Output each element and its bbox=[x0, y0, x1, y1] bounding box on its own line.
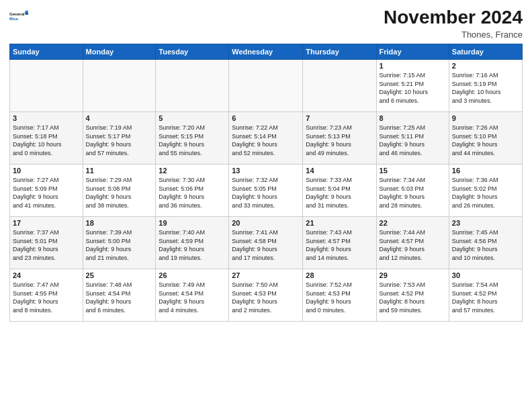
day-number: 30 bbox=[452, 271, 519, 279]
calendar-cell: 20Sunrise: 7:41 AM Sunset: 4:58 PM Dayli… bbox=[229, 217, 303, 269]
header-thursday: Thursday bbox=[303, 44, 376, 60]
calendar-cell: 29Sunrise: 7:53 AM Sunset: 4:52 PM Dayli… bbox=[376, 269, 449, 322]
calendar-cell: 15Sunrise: 7:34 AM Sunset: 5:03 PM Dayli… bbox=[376, 165, 449, 217]
calendar-cell: 19Sunrise: 7:40 AM Sunset: 4:59 PM Dayli… bbox=[156, 217, 229, 269]
calendar-cell: 23Sunrise: 7:45 AM Sunset: 4:56 PM Dayli… bbox=[449, 217, 522, 269]
day-number: 20 bbox=[232, 219, 300, 227]
calendar-table: Sunday Monday Tuesday Wednesday Thursday… bbox=[9, 44, 523, 322]
calendar-cell: 16Sunrise: 7:36 AM Sunset: 5:02 PM Dayli… bbox=[449, 165, 522, 217]
header-sunday: Sunday bbox=[10, 44, 83, 60]
svg-text:General: General bbox=[9, 12, 25, 16]
calendar-cell: 30Sunrise: 7:54 AM Sunset: 4:52 PM Dayli… bbox=[449, 269, 522, 322]
day-info: Sunrise: 7:34 AM Sunset: 5:03 PM Dayligh… bbox=[380, 176, 446, 210]
day-info: Sunrise: 7:36 AM Sunset: 5:02 PM Dayligh… bbox=[452, 176, 519, 210]
logo: GeneralBlue bbox=[9, 7, 28, 26]
calendar-cell: 28Sunrise: 7:52 AM Sunset: 4:53 PM Dayli… bbox=[303, 269, 376, 322]
calendar-cell: 5Sunrise: 7:20 AM Sunset: 5:15 PM Daylig… bbox=[156, 112, 229, 165]
day-info: Sunrise: 7:39 AM Sunset: 5:00 PM Dayligh… bbox=[86, 228, 153, 262]
header-wednesday: Wednesday bbox=[229, 44, 303, 60]
calendar-cell: 26Sunrise: 7:49 AM Sunset: 4:54 PM Dayli… bbox=[156, 269, 229, 322]
day-info: Sunrise: 7:20 AM Sunset: 5:15 PM Dayligh… bbox=[159, 124, 226, 157]
calendar-cell: 4Sunrise: 7:19 AM Sunset: 5:17 PM Daylig… bbox=[83, 112, 156, 165]
day-number: 12 bbox=[159, 167, 226, 175]
calendar-cell: 21Sunrise: 7:43 AM Sunset: 4:57 PM Dayli… bbox=[303, 217, 376, 269]
calendar-cell: 1Sunrise: 7:15 AM Sunset: 5:21 PM Daylig… bbox=[376, 60, 449, 112]
day-info: Sunrise: 7:53 AM Sunset: 4:52 PM Dayligh… bbox=[380, 281, 446, 314]
day-info: Sunrise: 7:15 AM Sunset: 5:21 PM Dayligh… bbox=[380, 71, 446, 105]
day-info: Sunrise: 7:37 AM Sunset: 5:01 PM Dayligh… bbox=[13, 228, 80, 262]
day-info: Sunrise: 7:50 AM Sunset: 4:53 PM Dayligh… bbox=[232, 281, 300, 314]
day-info: Sunrise: 7:27 AM Sunset: 5:09 PM Dayligh… bbox=[13, 176, 80, 210]
calendar-cell: 18Sunrise: 7:39 AM Sunset: 5:00 PM Dayli… bbox=[83, 217, 156, 269]
calendar-row-2: 10Sunrise: 7:27 AM Sunset: 5:09 PM Dayli… bbox=[10, 165, 523, 217]
calendar-cell: 25Sunrise: 7:48 AM Sunset: 4:54 PM Dayli… bbox=[83, 269, 156, 322]
calendar-cell: 12Sunrise: 7:30 AM Sunset: 5:06 PM Dayli… bbox=[156, 165, 229, 217]
day-info: Sunrise: 7:16 AM Sunset: 5:19 PM Dayligh… bbox=[452, 71, 519, 105]
day-number: 26 bbox=[159, 271, 226, 279]
day-number: 21 bbox=[306, 219, 373, 227]
day-info: Sunrise: 7:48 AM Sunset: 4:54 PM Dayligh… bbox=[86, 281, 153, 314]
calendar-cell bbox=[10, 60, 83, 112]
day-info: Sunrise: 7:26 AM Sunset: 5:10 PM Dayligh… bbox=[452, 124, 519, 157]
day-info: Sunrise: 7:19 AM Sunset: 5:17 PM Dayligh… bbox=[86, 124, 153, 157]
day-info: Sunrise: 7:25 AM Sunset: 5:11 PM Dayligh… bbox=[380, 124, 446, 157]
day-number: 16 bbox=[452, 167, 519, 175]
day-number: 23 bbox=[452, 219, 519, 227]
day-number: 14 bbox=[306, 167, 373, 175]
day-info: Sunrise: 7:29 AM Sunset: 5:08 PM Dayligh… bbox=[86, 176, 153, 210]
page-header: GeneralBlue November 2024 Thones, France bbox=[9, 7, 523, 40]
day-number: 4 bbox=[86, 114, 153, 122]
calendar-row-4: 24Sunrise: 7:47 AM Sunset: 4:55 PM Dayli… bbox=[10, 269, 523, 322]
location-title: Thones, France bbox=[384, 30, 523, 40]
calendar-cell: 13Sunrise: 7:32 AM Sunset: 5:05 PM Dayli… bbox=[229, 165, 303, 217]
calendar-cell: 22Sunrise: 7:44 AM Sunset: 4:57 PM Dayli… bbox=[376, 217, 449, 269]
day-number: 17 bbox=[13, 219, 80, 227]
month-title: November 2024 bbox=[384, 7, 523, 28]
calendar-cell bbox=[229, 60, 303, 112]
calendar-row-3: 17Sunrise: 7:37 AM Sunset: 5:01 PM Dayli… bbox=[10, 217, 523, 269]
day-number: 22 bbox=[380, 219, 446, 227]
day-info: Sunrise: 7:33 AM Sunset: 5:04 PM Dayligh… bbox=[306, 176, 373, 210]
day-info: Sunrise: 7:44 AM Sunset: 4:57 PM Dayligh… bbox=[380, 228, 446, 262]
day-number: 24 bbox=[13, 271, 80, 279]
calendar-cell: 11Sunrise: 7:29 AM Sunset: 5:08 PM Dayli… bbox=[83, 165, 156, 217]
logo-icon: GeneralBlue bbox=[9, 7, 28, 26]
day-number: 5 bbox=[159, 114, 226, 122]
day-number: 2 bbox=[452, 62, 519, 70]
calendar-cell bbox=[303, 60, 376, 112]
calendar-cell: 10Sunrise: 7:27 AM Sunset: 5:09 PM Dayli… bbox=[10, 165, 83, 217]
header-friday: Friday bbox=[376, 44, 449, 60]
day-number: 27 bbox=[232, 271, 300, 279]
day-number: 10 bbox=[13, 167, 80, 175]
calendar-row-1: 3Sunrise: 7:17 AM Sunset: 5:18 PM Daylig… bbox=[10, 112, 523, 165]
day-info: Sunrise: 7:40 AM Sunset: 4:59 PM Dayligh… bbox=[159, 228, 226, 262]
header-tuesday: Tuesday bbox=[156, 44, 229, 60]
day-info: Sunrise: 7:52 AM Sunset: 4:53 PM Dayligh… bbox=[306, 281, 373, 314]
calendar-header-row: Sunday Monday Tuesday Wednesday Thursday… bbox=[10, 44, 523, 60]
calendar-cell: 9Sunrise: 7:26 AM Sunset: 5:10 PM Daylig… bbox=[449, 112, 522, 165]
title-block: November 2024 Thones, France bbox=[384, 7, 523, 40]
day-number: 15 bbox=[380, 167, 446, 175]
day-number: 18 bbox=[86, 219, 153, 227]
day-number: 1 bbox=[380, 62, 446, 70]
day-number: 28 bbox=[306, 271, 373, 279]
day-number: 25 bbox=[86, 271, 153, 279]
day-number: 3 bbox=[13, 114, 80, 122]
calendar-cell bbox=[156, 60, 229, 112]
day-info: Sunrise: 7:41 AM Sunset: 4:58 PM Dayligh… bbox=[232, 228, 300, 262]
day-info: Sunrise: 7:22 AM Sunset: 5:14 PM Dayligh… bbox=[232, 124, 300, 157]
calendar-cell: 3Sunrise: 7:17 AM Sunset: 5:18 PM Daylig… bbox=[10, 112, 83, 165]
header-saturday: Saturday bbox=[449, 44, 522, 60]
calendar-cell: 24Sunrise: 7:47 AM Sunset: 4:55 PM Dayli… bbox=[10, 269, 83, 322]
day-number: 9 bbox=[452, 114, 519, 122]
day-number: 29 bbox=[380, 271, 446, 279]
calendar-cell: 8Sunrise: 7:25 AM Sunset: 5:11 PM Daylig… bbox=[376, 112, 449, 165]
day-number: 13 bbox=[232, 167, 300, 175]
calendar-cell: 17Sunrise: 7:37 AM Sunset: 5:01 PM Dayli… bbox=[10, 217, 83, 269]
calendar-cell bbox=[83, 60, 156, 112]
calendar-cell: 14Sunrise: 7:33 AM Sunset: 5:04 PM Dayli… bbox=[303, 165, 376, 217]
header-monday: Monday bbox=[83, 44, 156, 60]
day-info: Sunrise: 7:45 AM Sunset: 4:56 PM Dayligh… bbox=[452, 228, 519, 262]
calendar-cell: 7Sunrise: 7:23 AM Sunset: 5:13 PM Daylig… bbox=[303, 112, 376, 165]
svg-text:Blue: Blue bbox=[9, 17, 19, 21]
